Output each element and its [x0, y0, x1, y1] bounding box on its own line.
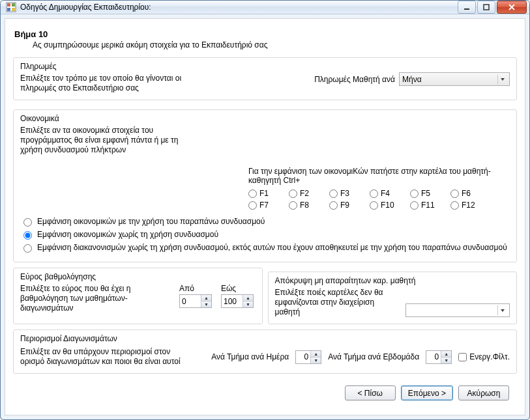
grading-legend: Εύρος βαθμολόγησης	[20, 272, 256, 281]
payments-per-label: Πληρωμές Μαθητή ανά	[314, 75, 395, 84]
spin-up-icon[interactable]: ▲	[201, 295, 211, 301]
step-title: Βήμα 10	[14, 29, 516, 39]
hide-tabs-legend: Απόκρυψη μη απαραίτητων καρ. μαθητή	[275, 276, 510, 285]
svg-rect-5	[464, 8, 469, 10]
fn-key-f3[interactable]: F3	[329, 189, 362, 198]
step-header: Βήμα 10 Ας συμπηρώσουμε μερικά ακόμη στο…	[14, 29, 516, 49]
fn-caption: Για την εμφάνιση των οικονομιKών πατήστε…	[248, 167, 510, 185]
spin-down-icon[interactable]: ▼	[311, 357, 321, 363]
grading-to-spin[interactable]: ▲▼	[221, 294, 254, 308]
fn-key-f8[interactable]: F8	[289, 201, 321, 210]
payments-desc: Επιλέξτε τον τρόπο με τον οποίο θα γίνον…	[20, 74, 216, 93]
spin-down-icon[interactable]: ▼	[201, 301, 211, 307]
limits-legend: Περιορισμοί Διαγωνισμάτων	[20, 334, 510, 343]
window-title: Οδηγός Δημιουργίας Εκπαιδευτηρίου:	[20, 3, 458, 12]
titlebar[interactable]: Οδηγός Δημιουργίας Εκπαιδευτηρίου:	[1, 1, 529, 14]
svg-rect-6	[484, 5, 489, 10]
limits-per-week-label: Ανά Τμήμα ανά Εβδομάδα	[328, 352, 419, 361]
spin-up-icon[interactable]: ▲	[243, 295, 253, 301]
app-icon	[6, 2, 16, 12]
fin-display-opt3[interactable]: Εμφάνιση διακανονισμών χωρίς τη χρήση συ…	[20, 242, 510, 253]
fn-key-f2[interactable]: F2	[289, 189, 321, 198]
fn-key-f11[interactable]: F11	[410, 201, 443, 210]
fn-key-f6[interactable]: F6	[450, 189, 483, 198]
fin-display-opt2[interactable]: Εμφάνιση οικονομικών χωρίς τη χρήση συνδ…	[20, 229, 510, 240]
fn-key-f1[interactable]: F1	[248, 189, 281, 198]
fn-keys-block: Για την εμφάνιση των οικονομιKών πατήστε…	[248, 167, 510, 210]
hide-tabs-combo[interactable]	[405, 303, 510, 317]
limits-per-day-label: Ανά Τμήμα ανά Ημέρα	[211, 352, 289, 361]
chevron-down-icon	[497, 305, 507, 315]
fn-row-1: F1 F2 F3 F4 F5 F6	[248, 189, 510, 198]
limits-per-day-input[interactable]	[296, 351, 310, 363]
grading-to-label: Εώς	[221, 284, 236, 293]
hide-tabs-desc: Επιλέξτε ποιές καρτέλες δεν θα εμφανίζον…	[275, 288, 393, 317]
limits-filter-label: Ενεργ.Φίλτ.	[469, 352, 510, 361]
close-button[interactable]	[497, 1, 527, 14]
minimize-button[interactable]	[458, 1, 476, 14]
back-button[interactable]: < Πίσω	[345, 385, 396, 400]
grading-to-input[interactable]	[222, 295, 243, 307]
next-button[interactable]: Επόμενο >	[401, 385, 453, 400]
grading-from-spin[interactable]: ▲▼	[179, 294, 212, 308]
spin-down-icon[interactable]: ▼	[243, 301, 253, 307]
limits-per-week-input[interactable]	[426, 351, 441, 363]
payments-legend: Πληρωμές	[20, 62, 216, 71]
content-area: Βήμα 10 Ας συμπηρώσουμε μερικά ακόμη στο…	[5, 18, 525, 415]
cancel-button[interactable]: Ακύρωση	[458, 385, 509, 400]
grading-desc: Επιλέξτε το εύρος που θα έχει η βαθμολόγ…	[20, 284, 170, 313]
financial-desc: Επιλέξτε αν τα οικονομικά στοιχεία του π…	[20, 126, 190, 155]
payments-per-value: Μήνα	[402, 75, 422, 84]
financial-group: Οικονομικά Επιλέξτε αν τα οικονομικά στο…	[13, 109, 517, 262]
grading-group: Εύρος βαθμολόγησης Επιλέξτε το εύρος που…	[13, 268, 263, 324]
window-buttons	[458, 1, 527, 14]
spin-down-icon[interactable]: ▼	[441, 357, 451, 363]
payments-group: Πληρωμές Επιλέξτε τον τρόπο με τον οποίο…	[13, 57, 517, 100]
svg-rect-4	[12, 8, 15, 11]
fn-key-f5[interactable]: F5	[410, 189, 443, 198]
financial-display-options: Εμφάνιση οικονομικών με την χρήση του πα…	[20, 216, 510, 253]
spin-up-icon[interactable]: ▲	[311, 351, 321, 357]
spin-up-icon[interactable]: ▲	[441, 351, 451, 357]
hide-tabs-group: Απόκρυψη μη απαραίτητων καρ. μαθητή Επιλ…	[268, 272, 518, 324]
fin-display-opt1[interactable]: Εμφάνιση οικονομικών με την χρήση του πα…	[20, 216, 510, 227]
fn-key-f4[interactable]: F4	[370, 189, 402, 198]
grading-from-input[interactable]	[180, 295, 201, 307]
limits-per-week-spin[interactable]: ▲▼	[426, 350, 452, 364]
fn-key-f7[interactable]: F7	[248, 201, 281, 210]
fn-key-f9[interactable]: F9	[329, 201, 362, 210]
limits-group: Περιορισμοί Διαγωνισμάτων Επιλέξτε αν θα…	[13, 329, 517, 374]
limits-filter-checkbox[interactable]: Ενεργ.Φίλτ.	[458, 352, 510, 361]
fn-key-f12[interactable]: F12	[450, 201, 483, 210]
grading-from-label: Από	[179, 284, 194, 293]
wizard-window: Οδηγός Δημιουργίας Εκπαιδευτηρίου: Βήμα …	[0, 0, 530, 420]
limits-desc: Επιλέξτε αν θα υπάρχουν περιορισμοί στον…	[20, 347, 190, 367]
payments-per-combo[interactable]: Μήνα	[399, 72, 510, 86]
fn-row-2: F7 F8 F9 F10 F11 F12	[248, 201, 510, 210]
maximize-button[interactable]	[477, 1, 495, 14]
financial-legend: Οικονομικά	[20, 114, 510, 123]
chevron-down-icon	[497, 74, 507, 84]
svg-rect-3	[7, 8, 10, 11]
svg-rect-2	[12, 3, 15, 7]
step-subtitle: Ας συμπηρώσουμε μερικά ακόμη στοιχεία γι…	[33, 40, 516, 49]
limits-per-day-spin[interactable]: ▲▼	[295, 350, 321, 364]
svg-rect-1	[7, 3, 10, 7]
button-bar: < Πίσω Επόμενο > Ακύρωση	[13, 379, 517, 408]
fn-key-f10[interactable]: F10	[370, 201, 402, 210]
